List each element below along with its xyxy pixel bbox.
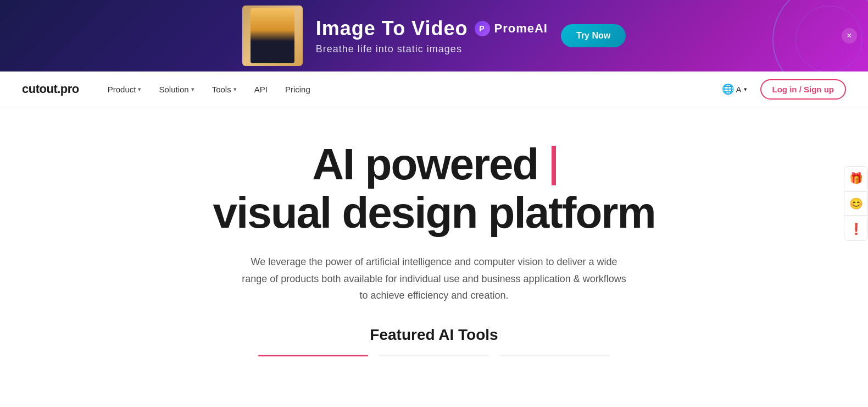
- ad-close-button[interactable]: ×: [842, 28, 857, 43]
- translate-icon: 🌐: [722, 83, 734, 95]
- hero-title-line2: visual design platform: [213, 188, 655, 237]
- bottom-indicators: [22, 355, 846, 356]
- nav-item-pricing[interactable]: Pricing: [279, 80, 317, 98]
- language-button[interactable]: 🌐 A ▾: [717, 80, 752, 98]
- ad-content: Image To Video P PromeAI Breathe life in…: [242, 6, 626, 66]
- alert-icon: ❗: [849, 222, 863, 235]
- nav-links: Product ▾ Solution ▾ Tools ▾ API Pricing: [101, 80, 695, 98]
- site-logo[interactable]: cutout.pro: [22, 82, 79, 96]
- main-content: AI powered visual design platform We lev…: [0, 107, 868, 407]
- chevron-down-icon: ▾: [191, 86, 194, 93]
- nav-item-api[interactable]: API: [248, 80, 274, 98]
- login-signup-button[interactable]: Log in / Sign up: [760, 79, 846, 100]
- sidebar-float: 🎁 😊 ❗: [844, 166, 868, 241]
- gift-icon: 🎁: [849, 172, 863, 185]
- nav-right: 🌐 A ▾ Log in / Sign up: [717, 79, 847, 100]
- bottom-line-inactive-2: [500, 355, 610, 356]
- ad-person-image: [251, 8, 294, 63]
- face-button[interactable]: 😊: [844, 191, 868, 216]
- nav-item-solution[interactable]: Solution ▾: [152, 80, 201, 98]
- featured-ai-tools-heading: Featured AI Tools: [104, 326, 764, 344]
- gift-button[interactable]: 🎁: [844, 166, 868, 190]
- chevron-down-icon: ▾: [744, 86, 747, 93]
- ad-subtitle: Breathe life into static images: [316, 43, 548, 55]
- ad-title: Image To Video P PromeAI: [316, 17, 548, 40]
- ad-cta-button[interactable]: Try Now: [561, 24, 626, 47]
- bottom-line-inactive: [379, 355, 489, 356]
- text-cursor: [552, 146, 556, 185]
- face-icon: 😊: [849, 197, 863, 210]
- chevron-down-icon: ▾: [138, 86, 141, 93]
- nav-item-product[interactable]: Product ▾: [101, 80, 148, 98]
- ad-banner: Image To Video P PromeAI Breathe life in…: [0, 0, 868, 72]
- alert-button[interactable]: ❗: [844, 217, 868, 241]
- ad-brand-icon: P: [475, 21, 490, 36]
- chevron-down-icon: ▾: [233, 86, 237, 93]
- hero-subtitle: We leverage the power of artificial inte…: [242, 254, 626, 304]
- navbar: cutout.pro Product ▾ Solution ▾ Tools ▾ …: [0, 72, 868, 107]
- ad-text: Image To Video P PromeAI Breathe life in…: [316, 17, 548, 55]
- hero-section: AI powered visual design platform We lev…: [104, 140, 764, 344]
- ad-image: [242, 6, 303, 66]
- bottom-line-active: [258, 355, 368, 356]
- nav-item-tools[interactable]: Tools ▾: [205, 80, 243, 98]
- ad-brand: P PromeAI: [475, 21, 548, 36]
- hero-title: AI powered visual design platform: [104, 140, 764, 237]
- hero-title-line1: AI powered: [312, 140, 555, 189]
